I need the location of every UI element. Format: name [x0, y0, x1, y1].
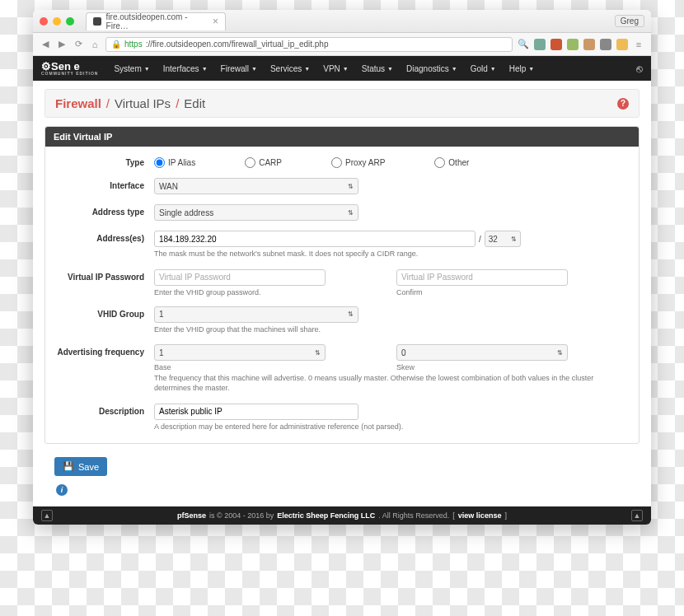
scroll-top-icon[interactable]: ▲	[631, 510, 643, 521]
chevron-down-icon: ▼	[387, 66, 393, 72]
adv-base-select[interactable]: 1⇅	[154, 344, 326, 361]
nav-vpn[interactable]: VPN▼	[317, 64, 354, 73]
traffic-lights	[40, 17, 74, 26]
favicon-icon	[93, 17, 101, 26]
label-addresses: Address(es)	[55, 231, 154, 259]
label-vhid: VHID Group	[55, 306, 154, 335]
chevron-updown-icon: ⇅	[348, 183, 354, 190]
interface-select[interactable]: WAN⇅	[154, 178, 358, 194]
browser-tab[interactable]: fire.outsideopen.com - Fire… ×	[86, 12, 226, 30]
extension-icon[interactable]	[600, 39, 611, 50]
lock-icon: 🔒	[111, 40, 121, 49]
chevron-down-icon: ▼	[490, 66, 496, 72]
vip-password-input[interactable]	[154, 269, 326, 286]
radio-other[interactable]: Other	[434, 157, 469, 168]
type-radios: IP Alias CARP Proxy ARP Other	[154, 155, 629, 168]
vip-password-help: Enter the VHID group password.	[154, 288, 387, 296]
logo[interactable]: ⚙Sen e COMMUNITY EDITION	[41, 61, 98, 76]
label-description: Description	[55, 404, 154, 432]
nav-gold[interactable]: Gold▼	[465, 64, 502, 73]
nav-system[interactable]: System▼	[108, 64, 155, 73]
minimize-window-icon[interactable]	[53, 17, 61, 26]
footer-license-link[interactable]: view license	[458, 511, 502, 520]
nav-help[interactable]: Help▼	[504, 64, 541, 73]
extension-icon[interactable]	[534, 39, 546, 50]
scroll-top-icon[interactable]: ▲	[41, 510, 53, 521]
vip-password-confirm-input[interactable]	[396, 269, 568, 286]
cidr-slash: /	[479, 235, 481, 244]
nav-firewall[interactable]: Firewall▼	[215, 64, 263, 73]
back-icon[interactable]: ◀	[40, 39, 51, 50]
chevron-updown-icon: ⇅	[557, 349, 563, 357]
description-input[interactable]	[154, 404, 358, 420]
mask-select[interactable]: 32⇅	[485, 231, 521, 247]
footer-brand: pfSense	[177, 511, 206, 520]
chevron-updown-icon: ⇅	[511, 236, 517, 243]
addresses-help: The mask must be the network's subnet ma…	[154, 250, 629, 259]
chevron-down-icon: ▼	[202, 66, 208, 72]
extension-icon[interactable]	[567, 39, 579, 50]
tab-title: fire.outsideopen.com - Fire…	[106, 12, 208, 30]
chevron-down-icon: ▼	[304, 66, 310, 72]
nav-status[interactable]: Status▼	[356, 64, 399, 73]
description-help: A description may be entered here for ad…	[154, 422, 629, 432]
page-content: Firewall / Virtual IPs / Edit ? Edit Vir…	[33, 81, 651, 506]
edit-panel: Edit Virtual IP Type IP Alias CARP Proxy…	[45, 126, 639, 444]
nav-interfaces[interactable]: Interfaces▼	[157, 64, 213, 73]
browser-user-chip[interactable]: Greg	[615, 15, 644, 27]
chevron-down-icon: ▼	[452, 66, 457, 72]
footer: ▲ pfSense is © 2004 - 2016 by Electric S…	[33, 506, 651, 525]
url-field[interactable]: 🔒 https://fire.outsideopen.com/firewall_…	[105, 37, 513, 52]
extension-icon[interactable]	[550, 39, 562, 50]
footer-company[interactable]: Electric Sheep Fencing LLC	[277, 511, 375, 520]
save-icon: 💾	[63, 461, 74, 472]
adv-skew-select[interactable]: 0⇅	[396, 344, 568, 361]
footer-rights: . All Rights Reserved.	[378, 511, 449, 520]
url-toolbar: ◀ ▶ ⟳ ⌂ 🔒 https://fire.outsideopen.com/f…	[33, 33, 651, 56]
chevron-down-icon: ▼	[528, 66, 534, 72]
label-type: Type	[55, 155, 154, 168]
reload-icon[interactable]: ⟳	[73, 39, 84, 50]
address-type-select[interactable]: Single address⇅	[154, 204, 358, 221]
label-vip-password: Virtual IP Password	[55, 269, 154, 296]
app-navbar: ⚙Sen e COMMUNITY EDITION System▼ Interfa…	[33, 56, 651, 81]
nav-services[interactable]: Services▼	[265, 64, 316, 73]
breadcrumb-edit: Edit	[184, 96, 205, 110]
footer-copy: is © 2004 - 2016 by	[209, 511, 274, 520]
tab-close-icon[interactable]: ×	[213, 16, 218, 26]
logo-sub: COMMUNITY EDITION	[41, 72, 98, 76]
address-input[interactable]	[154, 231, 476, 247]
panel-header: Edit Virtual IP	[45, 127, 639, 147]
vhid-help: Enter the VHID group that the machines w…	[154, 325, 629, 335]
vip-password-confirm-label: Confirm	[396, 288, 629, 296]
breadcrumb-firewall[interactable]: Firewall	[55, 96, 101, 110]
radio-carp[interactable]: CARP	[245, 157, 282, 168]
breadcrumb: Firewall / Virtual IPs / Edit ?	[45, 89, 639, 118]
save-button[interactable]: 💾 Save	[54, 457, 107, 476]
url-scheme: https	[124, 40, 143, 49]
extension-icon[interactable]	[616, 39, 628, 50]
info-icon[interactable]: i	[56, 484, 68, 496]
help-icon[interactable]: ?	[617, 98, 629, 110]
logout-icon[interactable]: ⎋	[636, 63, 643, 75]
browser-window: fire.outsideopen.com - Fire… × Greg ◀ ▶ …	[33, 10, 651, 525]
save-label: Save	[78, 462, 99, 472]
forward-icon[interactable]: ▶	[56, 39, 68, 50]
search-icon[interactable]: 🔍	[518, 39, 529, 50]
chevron-down-icon: ▼	[251, 66, 257, 72]
home-icon[interactable]: ⌂	[89, 39, 101, 50]
extension-icon[interactable]	[583, 39, 595, 50]
nav-diagnostics[interactable]: Diagnostics▼	[401, 64, 463, 73]
chevron-down-icon: ▼	[343, 66, 349, 72]
label-interface: Interface	[55, 178, 154, 194]
titlebar: fire.outsideopen.com - Fire… × Greg	[33, 10, 651, 33]
radio-proxyarp[interactable]: Proxy ARP	[331, 157, 385, 168]
radio-ipalias[interactable]: IP Alias	[154, 157, 195, 168]
adv-skew-label: Skew	[396, 363, 629, 371]
hamburger-icon[interactable]: ≡	[633, 39, 644, 50]
adv-base-label: Base	[154, 363, 387, 371]
breadcrumb-virtual-ips[interactable]: Virtual IPs	[115, 96, 171, 110]
maximize-window-icon[interactable]	[66, 17, 74, 26]
close-window-icon[interactable]	[40, 17, 48, 26]
vhid-select[interactable]: 1⇅	[154, 306, 358, 323]
